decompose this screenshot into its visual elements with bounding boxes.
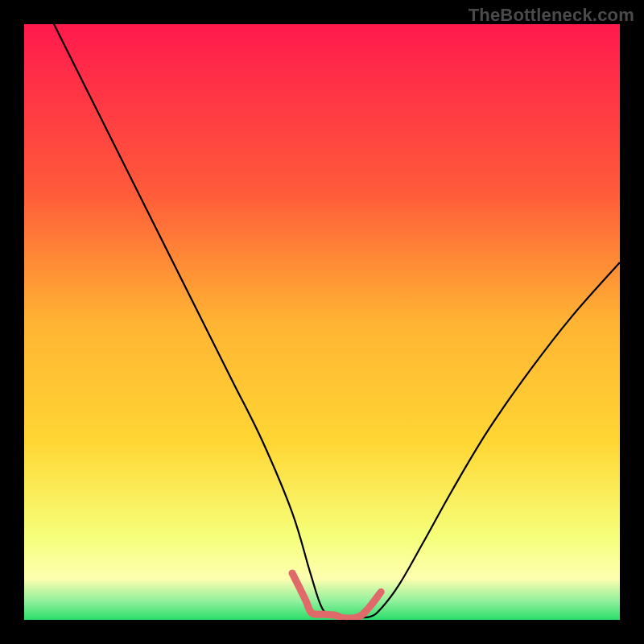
- frame-left: [0, 0, 24, 644]
- frame-bottom: [0, 620, 644, 644]
- watermark-text: TheBottleneck.com: [469, 5, 634, 26]
- plot-background: [24, 24, 620, 620]
- chart-svg: [0, 0, 644, 644]
- frame-right: [620, 0, 644, 644]
- chart-stage: TheBottleneck.com: [0, 0, 644, 644]
